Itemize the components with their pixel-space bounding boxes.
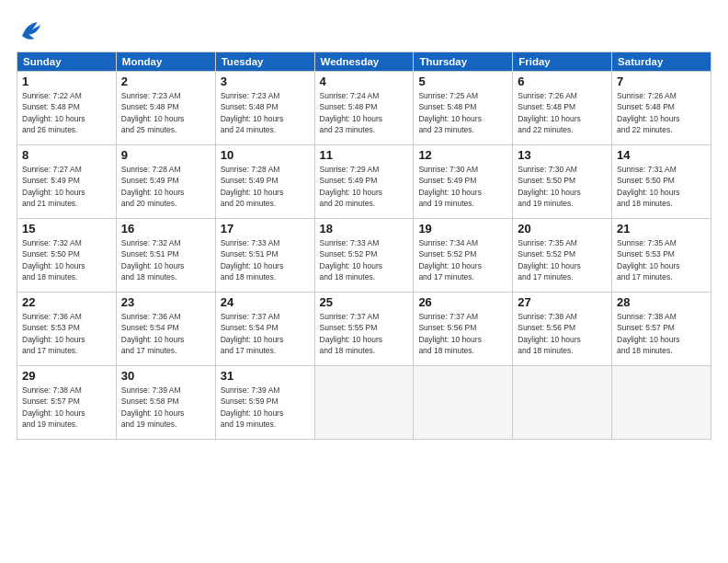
calendar-page: SundayMondayTuesdayWednesdayThursdayFrid… — [0, 0, 728, 563]
day-number: 1 — [22, 75, 111, 88]
weekday-header-sunday: Sunday — [17, 52, 117, 72]
day-info-text: Sunrise: 7:28 AM Sunset: 5:49 PM Dayligh… — [221, 164, 310, 209]
day-info-text: Sunrise: 7:23 AM Sunset: 5:48 PM Dayligh… — [221, 90, 310, 135]
day-info-text: Sunrise: 7:31 AM Sunset: 5:50 PM Dayligh… — [617, 164, 706, 209]
day-number: 27 — [518, 295, 607, 309]
day-info-text: Sunrise: 7:36 AM Sunset: 5:54 PM Dayligh… — [121, 311, 210, 356]
day-number: 14 — [617, 148, 706, 162]
calendar-cell: 9Sunrise: 7:28 AM Sunset: 5:49 PM Daylig… — [116, 145, 215, 219]
calendar-cell: 3Sunrise: 7:23 AM Sunset: 5:48 PM Daylig… — [215, 72, 314, 145]
day-number: 2 — [121, 75, 210, 88]
day-info-text: Sunrise: 7:22 AM Sunset: 5:48 PM Dayligh… — [22, 90, 111, 135]
day-number: 15 — [22, 222, 111, 236]
day-info-text: Sunrise: 7:29 AM Sunset: 5:49 PM Dayligh… — [320, 164, 409, 209]
logo-bird-icon — [17, 17, 44, 44]
day-info-text: Sunrise: 7:38 AM Sunset: 5:57 PM Dayligh… — [22, 385, 111, 430]
day-info-text: Sunrise: 7:37 AM Sunset: 5:56 PM Dayligh… — [418, 311, 507, 356]
calendar-cell: 16Sunrise: 7:32 AM Sunset: 5:51 PM Dayli… — [116, 219, 215, 293]
weekday-header-tuesday: Tuesday — [215, 52, 314, 72]
day-number: 5 — [418, 75, 507, 88]
day-info-text: Sunrise: 7:39 AM Sunset: 5:58 PM Dayligh… — [121, 385, 210, 430]
calendar-table: SundayMondayTuesdayWednesdayThursdayFrid… — [17, 52, 711, 440]
week-row-2: 8Sunrise: 7:27 AM Sunset: 5:49 PM Daylig… — [17, 145, 711, 219]
calendar-cell: 23Sunrise: 7:36 AM Sunset: 5:54 PM Dayli… — [116, 293, 215, 366]
calendar-cell: 26Sunrise: 7:37 AM Sunset: 5:56 PM Dayli… — [414, 293, 513, 366]
calendar-cell: 10Sunrise: 7:28 AM Sunset: 5:49 PM Dayli… — [215, 145, 314, 219]
calendar-cell: 20Sunrise: 7:35 AM Sunset: 5:52 PM Dayli… — [513, 219, 612, 293]
calendar-cell: 12Sunrise: 7:30 AM Sunset: 5:49 PM Dayli… — [414, 145, 513, 219]
day-number: 16 — [121, 222, 210, 236]
day-info-text: Sunrise: 7:34 AM Sunset: 5:52 PM Dayligh… — [418, 237, 507, 282]
day-number: 22 — [22, 295, 111, 309]
week-row-4: 22Sunrise: 7:36 AM Sunset: 5:53 PM Dayli… — [17, 293, 711, 366]
day-number: 20 — [518, 222, 607, 236]
week-row-5: 29Sunrise: 7:38 AM Sunset: 5:57 PM Dayli… — [17, 366, 711, 440]
logo — [17, 17, 46, 44]
day-number: 6 — [518, 75, 607, 88]
page-header — [17, 17, 711, 44]
day-info-text: Sunrise: 7:37 AM Sunset: 5:54 PM Dayligh… — [221, 311, 310, 356]
day-info-text: Sunrise: 7:32 AM Sunset: 5:51 PM Dayligh… — [121, 237, 210, 282]
calendar-cell: 11Sunrise: 7:29 AM Sunset: 5:49 PM Dayli… — [314, 145, 414, 219]
weekday-header-thursday: Thursday — [414, 52, 513, 72]
day-number: 8 — [22, 148, 111, 162]
day-number: 4 — [320, 75, 409, 88]
calendar-cell: 5Sunrise: 7:25 AM Sunset: 5:48 PM Daylig… — [414, 72, 513, 145]
day-info-text: Sunrise: 7:39 AM Sunset: 5:59 PM Dayligh… — [221, 385, 310, 430]
calendar-cell: 21Sunrise: 7:35 AM Sunset: 5:53 PM Dayli… — [612, 219, 711, 293]
day-info-text: Sunrise: 7:23 AM Sunset: 5:48 PM Dayligh… — [121, 90, 210, 135]
day-info-text: Sunrise: 7:26 AM Sunset: 5:48 PM Dayligh… — [617, 90, 706, 135]
weekday-header-saturday: Saturday — [612, 52, 711, 72]
day-info-text: Sunrise: 7:37 AM Sunset: 5:55 PM Dayligh… — [320, 311, 409, 356]
day-info-text: Sunrise: 7:38 AM Sunset: 5:57 PM Dayligh… — [617, 311, 706, 356]
day-number: 31 — [221, 369, 310, 383]
day-number: 13 — [518, 148, 607, 162]
day-info-text: Sunrise: 7:35 AM Sunset: 5:52 PM Dayligh… — [518, 237, 607, 282]
day-info-text: Sunrise: 7:24 AM Sunset: 5:48 PM Dayligh… — [320, 90, 409, 135]
day-number: 25 — [320, 295, 409, 309]
calendar-cell: 8Sunrise: 7:27 AM Sunset: 5:49 PM Daylig… — [17, 145, 117, 219]
day-number: 23 — [121, 295, 210, 309]
calendar-cell — [612, 366, 711, 440]
calendar-cell: 14Sunrise: 7:31 AM Sunset: 5:50 PM Dayli… — [612, 145, 711, 219]
day-number: 29 — [22, 369, 111, 383]
weekday-header-wednesday: Wednesday — [314, 52, 414, 72]
day-info-text: Sunrise: 7:32 AM Sunset: 5:50 PM Dayligh… — [22, 237, 111, 282]
day-number: 7 — [617, 75, 706, 88]
calendar-cell — [314, 366, 414, 440]
week-row-3: 15Sunrise: 7:32 AM Sunset: 5:50 PM Dayli… — [17, 219, 711, 293]
calendar-cell — [513, 366, 612, 440]
calendar-cell: 31Sunrise: 7:39 AM Sunset: 5:59 PM Dayli… — [215, 366, 314, 440]
day-info-text: Sunrise: 7:30 AM Sunset: 5:50 PM Dayligh… — [518, 164, 607, 209]
day-info-text: Sunrise: 7:28 AM Sunset: 5:49 PM Dayligh… — [121, 164, 210, 209]
calendar-cell — [414, 366, 513, 440]
day-number: 18 — [320, 222, 409, 236]
calendar-cell: 4Sunrise: 7:24 AM Sunset: 5:48 PM Daylig… — [314, 72, 414, 145]
day-number: 11 — [320, 148, 409, 162]
calendar-cell: 6Sunrise: 7:26 AM Sunset: 5:48 PM Daylig… — [513, 72, 612, 145]
day-info-text: Sunrise: 7:36 AM Sunset: 5:53 PM Dayligh… — [22, 311, 111, 356]
day-number: 21 — [617, 222, 706, 236]
day-info-text: Sunrise: 7:33 AM Sunset: 5:51 PM Dayligh… — [221, 237, 310, 282]
weekday-header-monday: Monday — [116, 52, 215, 72]
day-number: 30 — [121, 369, 210, 383]
day-number: 10 — [221, 148, 310, 162]
calendar-cell: 28Sunrise: 7:38 AM Sunset: 5:57 PM Dayli… — [612, 293, 711, 366]
day-info-text: Sunrise: 7:33 AM Sunset: 5:52 PM Dayligh… — [320, 237, 409, 282]
calendar-cell: 18Sunrise: 7:33 AM Sunset: 5:52 PM Dayli… — [314, 219, 414, 293]
calendar-cell: 13Sunrise: 7:30 AM Sunset: 5:50 PM Dayli… — [513, 145, 612, 219]
week-row-1: 1Sunrise: 7:22 AM Sunset: 5:48 PM Daylig… — [17, 72, 711, 145]
day-number: 19 — [418, 222, 507, 236]
day-number: 3 — [221, 75, 310, 88]
calendar-cell: 19Sunrise: 7:34 AM Sunset: 5:52 PM Dayli… — [414, 219, 513, 293]
day-number: 12 — [418, 148, 507, 162]
calendar-cell: 27Sunrise: 7:38 AM Sunset: 5:56 PM Dayli… — [513, 293, 612, 366]
day-info-text: Sunrise: 7:38 AM Sunset: 5:56 PM Dayligh… — [518, 311, 607, 356]
calendar-cell: 17Sunrise: 7:33 AM Sunset: 5:51 PM Dayli… — [215, 219, 314, 293]
day-info-text: Sunrise: 7:25 AM Sunset: 5:48 PM Dayligh… — [418, 90, 507, 135]
day-number: 17 — [221, 222, 310, 236]
day-number: 28 — [617, 295, 706, 309]
calendar-cell: 30Sunrise: 7:39 AM Sunset: 5:58 PM Dayli… — [116, 366, 215, 440]
day-info-text: Sunrise: 7:27 AM Sunset: 5:49 PM Dayligh… — [22, 164, 111, 209]
calendar-cell: 24Sunrise: 7:37 AM Sunset: 5:54 PM Dayli… — [215, 293, 314, 366]
